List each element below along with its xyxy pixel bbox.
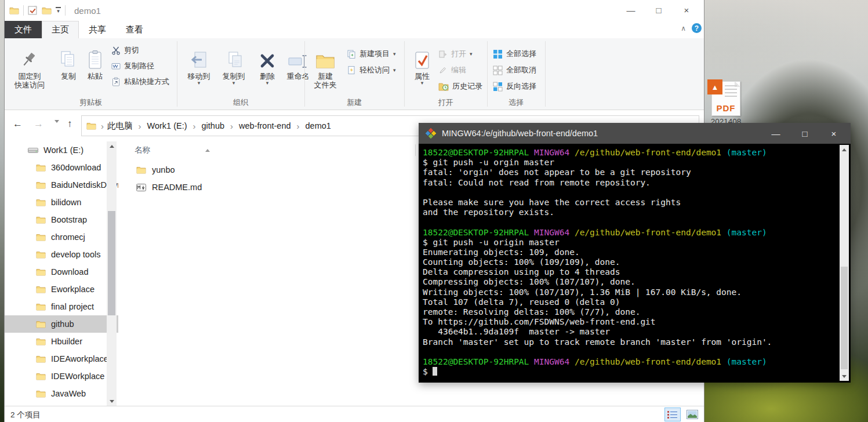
breadcrumb-item[interactable]: github [201,121,226,130]
dropdown-icon: ▾ [266,81,269,86]
sidebar-item-bilidown[interactable]: bilidown [5,194,118,211]
column-divider[interactable] [415,144,416,156]
dropdown-icon: ▾ [470,52,473,57]
terminal-line: remote: Resolving deltas: 100% (7/7), do… [423,307,838,317]
edit-button: 编辑 [438,64,466,77]
sidebar-item-javaweb[interactable]: JavaWeb [5,385,118,402]
scroll-down-icon[interactable] [840,372,849,381]
terminal-text: (master) [727,228,767,237]
sidebar-item-develop-tools[interactable]: develop tools [5,246,118,263]
properties-quick-icon[interactable] [28,6,38,16]
maximize-button[interactable]: □ [645,0,673,20]
thumbnail-view-button[interactable] [684,408,700,421]
sidebar-item-final-project[interactable]: final project [5,298,118,315]
breadcrumb-item[interactable]: web-front-end [238,121,292,130]
select-none-button[interactable]: 全部取消 [493,64,536,77]
sidebar-item-ideworkplace[interactable]: IDEWorkplace [5,368,118,385]
select-all-button[interactable]: 全部选择 [493,48,536,60]
sidebar-item-github[interactable]: github [5,315,118,333]
scroll-down-icon[interactable] [107,396,117,406]
file-name: yunbo [152,165,427,174]
sidebar-item-label: 360download [51,163,101,172]
terminal-line: Counting objects: 100% (109/109), done. [423,257,838,267]
paste-button[interactable]: 粘贴 [82,42,108,106]
help-button[interactable]: ? [692,23,702,33]
close-button[interactable]: × [673,0,700,20]
delete-button[interactable]: 删除 ▾ [254,42,281,106]
scrollbar-thumb[interactable] [108,211,115,315]
sidebar-item-360download[interactable]: 360download [5,159,118,176]
tab-share[interactable]: 共享 [79,21,116,38]
properties-button[interactable]: 属性 ▾ [409,42,435,106]
breadcrumb-item[interactable]: demo1 [304,121,332,130]
terminal-window-controls: — □ × [761,123,848,144]
copy-to-button[interactable]: 复制到 ▾ [217,42,250,106]
ribbon: 固定到 快速访问 复制 粘贴 剪切 [5,38,704,110]
maximize-button[interactable]: □ [790,123,819,144]
git-bash-icon [426,128,436,139]
back-icon[interactable]: ← [13,118,23,130]
easy-access-button[interactable]: 轻松访问 ▾ [347,64,396,77]
history-dropdown-icon[interactable] [55,123,59,134]
sidebar-item-ideaworkplace[interactable]: IDEAworkplace [5,350,118,368]
ribbon-separator [545,41,546,107]
breadcrumb-separator-icon: › [226,121,238,131]
tab-file[interactable]: 文件 [5,21,42,38]
new-item-button[interactable]: 新建项目 ▾ [347,48,396,60]
invert-selection-button[interactable]: 反向选择 [493,80,536,93]
easy-access-label: 轻松访问 [359,65,390,75]
paste-shortcut-button[interactable]: 粘贴快捷方式 [111,75,169,88]
sidebar-item-baidunetdiskdownload[interactable]: BaiduNetdiskDownload [5,176,118,194]
copy-button[interactable]: 复制 [56,42,81,106]
explorer-window-controls: — □ × [617,0,700,20]
terminal-line: Compressing objects: 100% (107/107), don… [423,277,838,287]
desktop-pdf-shortcut[interactable]: ▲ PDF [707,81,744,116]
up-icon[interactable]: ↑ [67,118,72,130]
history-button[interactable]: 历史记录 [438,80,482,93]
forward-icon[interactable]: → [34,118,43,130]
terminal-text: Enumerating objects: 109, done. [423,248,580,257]
pin-to-quick-access-button[interactable]: 固定到 快速访问 [6,42,53,106]
terminal-text [529,228,534,237]
minimize-button[interactable]: — [617,0,645,20]
item-count: 2 个项目 [10,410,41,420]
sidebar-item-download[interactable]: Download [5,263,118,281]
terminal-line: To https://github.com/FSDWNS/web-front-e… [423,317,838,327]
terminal-scrollbar[interactable] [840,145,849,381]
collapse-ribbon-icon[interactable]: ∧ [681,24,686,32]
sidebar-item-hbuilder[interactable]: Hbuilder [5,333,118,350]
scroll-up-icon[interactable] [107,141,117,151]
tab-bar: 文件主页共享查看 [5,21,704,38]
scroll-up-icon[interactable] [840,145,849,154]
breadcrumb-item[interactable]: Work1 (E:) [146,121,188,130]
sidebar-item-bootstrap[interactable]: Bootstrap [5,211,118,228]
terminal-output[interactable]: 18522@DESKTOP-92HRPAL MINGW64 /e/github/… [419,144,851,383]
tab-home[interactable]: 主页 [42,21,79,38]
scrollbar-thumb[interactable] [841,267,848,369]
terminal-text: MINGW64 [534,228,569,237]
details-view-button[interactable] [664,408,681,421]
edit-label: 编辑 [451,65,466,75]
terminal-text: $ [423,367,433,376]
copy-path-button[interactable]: 复制路径 [111,60,154,72]
sidebar-item-label: Download [51,267,89,277]
customize-toolbar-dropdown-icon[interactable]: ▾ [56,7,61,14]
tab-view[interactable]: 查看 [116,21,153,38]
terminal-text: remote: Resolving deltas: 100% (7/7), do… [423,307,640,316]
new-folder-quick-icon[interactable] [42,6,52,14]
minimize-button[interactable]: — [761,123,790,144]
column-header-name[interactable]: 名称 [118,145,415,155]
move-to-button[interactable]: 移动到 ▾ [182,42,216,106]
terminal-line: Branch 'master' set up to track remote b… [423,337,838,347]
sidebar-item-eworkplace[interactable]: Eworkplace [5,281,118,298]
folder-icon [36,372,46,380]
terminal-titlebar[interactable]: MINGW64:/e/github/web-front-end/demo1 — … [419,123,851,144]
sidebar-item-chromecj[interactable]: chromecj [5,228,118,246]
breadcrumb-item[interactable]: 此电脑 [106,121,134,132]
sidebar-item-work1-e[interactable]: Work1 (E:) [5,141,118,159]
cut-button[interactable]: 剪切 [111,44,139,57]
sidebar-scrollbar[interactable] [107,141,117,406]
new-folder-button[interactable]: 新建 文件夹 [308,42,342,106]
sidebar-item-label: develop tools [51,250,100,259]
close-button[interactable]: × [819,123,848,144]
